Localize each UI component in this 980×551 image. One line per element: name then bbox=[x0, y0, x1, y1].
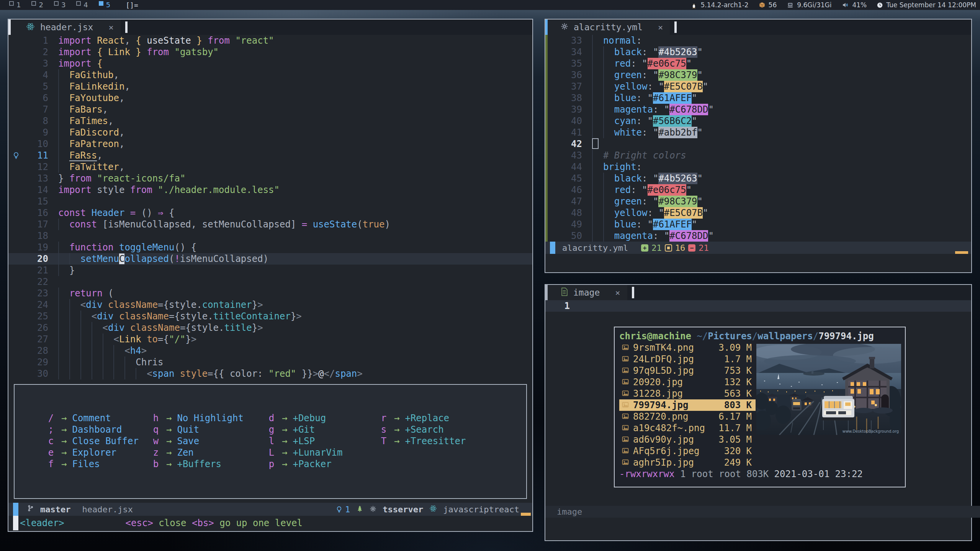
line-number: 25 bbox=[37, 311, 48, 322]
code-line[interactable]: 6FaYoutube, bbox=[8, 92, 532, 104]
code-line[interactable]: 13} from "react-icons/fa" bbox=[8, 173, 532, 184]
close-icon[interactable]: × bbox=[108, 23, 113, 32]
code-line[interactable]: 5FaLinkedin, bbox=[8, 81, 532, 92]
code-area-alacritty[interactable]: 33normal:34black: "#4b5263"35red: "#e06c… bbox=[545, 35, 971, 242]
code-text: FaDiscord, bbox=[58, 127, 124, 138]
code-line[interactable]: 37yellow: "#E5C07B" bbox=[545, 81, 971, 92]
file-row[interactable]: 20920.jpg132 K bbox=[619, 376, 756, 388]
code-line[interactable]: 47green: "#98C379" bbox=[545, 196, 971, 207]
code-line[interactable]: 9FaDiscord, bbox=[8, 127, 532, 138]
code-line[interactable]: 20setMenuCollapsed(!isMenuCollapsed) bbox=[8, 253, 532, 265]
code-line[interactable]: 34black: "#4b5263" bbox=[545, 46, 971, 58]
code-line[interactable]: 17const [isMenuCollapsed, setMenuCollaps… bbox=[8, 219, 532, 230]
code-line[interactable]: 7FaBars, bbox=[8, 104, 532, 115]
code-line[interactable]: 39magenta: "#C678DD" bbox=[545, 104, 971, 115]
line-number: 37 bbox=[571, 81, 582, 92]
code-line[interactable]: 4FaGithub, bbox=[8, 69, 532, 81]
line-number: 8 bbox=[43, 115, 48, 127]
indent-guide bbox=[80, 322, 92, 334]
code-line[interactable]: 46red: "#e06c75" bbox=[545, 184, 971, 196]
file-row[interactable]: 97q9L5D.jpg753 K bbox=[619, 365, 756, 376]
workspace-button-3[interactable]: 3 bbox=[50, 1, 69, 9]
code-line[interactable]: 41white: "#abb2bf" bbox=[545, 127, 971, 138]
code-line[interactable]: 10FaPatreon, bbox=[8, 138, 532, 150]
workspace-button-5[interactable]: 5 bbox=[95, 1, 114, 9]
code-line[interactable]: 15 bbox=[8, 196, 532, 207]
code-area-image[interactable]: 1 bbox=[545, 300, 971, 312]
code-line[interactable]: 14import style from "./header.module.les… bbox=[8, 184, 532, 196]
code-text: <Link to={"/"}> bbox=[58, 334, 196, 345]
code-text: <div className={style.container}> bbox=[58, 299, 263, 311]
file-row[interactable]: aghr5Ip.jpg249 K bbox=[619, 457, 756, 468]
whichkey-binding: /→Comment bbox=[46, 412, 151, 424]
code-line[interactable]: 38blue: "#61AFEF" bbox=[545, 92, 971, 104]
color-swatch: #98C379 bbox=[658, 196, 697, 207]
tabline-cursor bbox=[674, 21, 677, 33]
code-line[interactable]: 2import { Link } from "gatsby" bbox=[8, 46, 532, 58]
code-line[interactable]: 19function toggleMenu() { bbox=[8, 242, 532, 253]
top-bar: 12345 []= 5.14.2-arch1-2569.6Gi/31Gi41%T… bbox=[0, 0, 980, 10]
close-icon[interactable]: × bbox=[658, 23, 663, 32]
lightbulb-icon[interactable] bbox=[12, 151, 20, 162]
code-line[interactable]: 3import { bbox=[8, 58, 532, 69]
code-line[interactable]: 1 bbox=[545, 300, 971, 312]
code-text: FaGithub, bbox=[58, 69, 119, 81]
whichkey-binding: g→+Git bbox=[267, 424, 379, 435]
code-area-left[interactable]: 1import React, { useState } from "react"… bbox=[8, 35, 532, 379]
workspace-button-1[interactable]: 1 bbox=[5, 1, 25, 9]
code-line[interactable]: 30<span style={{ color: "red" }}>@</span… bbox=[8, 368, 532, 379]
close-icon[interactable]: × bbox=[615, 288, 620, 298]
code-line[interactable]: 43# Bright colors bbox=[545, 150, 971, 161]
code-line[interactable]: 1import React, { useState } from "react" bbox=[8, 35, 532, 46]
code-line[interactable]: 35red: "#e06c75" bbox=[545, 58, 971, 69]
code-line[interactable]: 33normal: bbox=[545, 35, 971, 46]
code-line[interactable]: 22 bbox=[8, 276, 532, 288]
tab-headerjsx[interactable]: header.jsx × bbox=[11, 20, 121, 35]
line-number: 47 bbox=[571, 196, 582, 207]
window-editor-alacritty: alacritty.yml × 33normal:34black: "#4b52… bbox=[545, 19, 972, 273]
file-row[interactable]: AFq5r6j.jpeg320 K bbox=[619, 445, 756, 457]
indent-guide bbox=[592, 69, 603, 81]
file-row[interactable]: 882720.png6.17 M bbox=[619, 411, 756, 422]
code-line[interactable]: 24<div className={style.container}> bbox=[8, 299, 532, 311]
line-number: 30 bbox=[37, 368, 48, 379]
file-row[interactable]: ad6v90y.jpg3.05 M bbox=[619, 434, 756, 445]
code-line[interactable]: 36green: "#98C379" bbox=[545, 69, 971, 81]
code-line[interactable]: 21} bbox=[8, 265, 532, 276]
code-line[interactable]: 45black: "#4b5263" bbox=[545, 173, 971, 184]
line-number: 27 bbox=[37, 334, 48, 345]
code-line[interactable]: 29Chris bbox=[8, 356, 532, 368]
code-line[interactable]: 23return ( bbox=[8, 288, 532, 299]
file-row[interactable]: 9rsmTK4.png3.09 M bbox=[619, 342, 756, 353]
code-line[interactable]: 11FaRss, bbox=[8, 150, 532, 161]
workspace-button-4[interactable]: 4 bbox=[72, 1, 92, 9]
image-file-icon bbox=[619, 457, 633, 468]
code-text: FaTwitter, bbox=[58, 161, 124, 173]
tab-alacritty[interactable]: alacritty.yml × bbox=[548, 20, 670, 35]
code-line[interactable]: 8FaTimes, bbox=[8, 115, 532, 127]
workspace-button-2[interactable]: 2 bbox=[28, 1, 47, 9]
code-line[interactable]: 48yellow: "#E5C07B" bbox=[545, 207, 971, 219]
code-line[interactable]: 26<div className={style.title}> bbox=[8, 322, 532, 334]
tab-image[interactable]: image × bbox=[548, 285, 627, 300]
code-line[interactable]: 12FaTwitter, bbox=[8, 161, 532, 173]
code-line[interactable]: 18 bbox=[8, 230, 532, 242]
code-text: return ( bbox=[58, 288, 114, 299]
code-line[interactable]: 40cyan: "#56B6C2" bbox=[545, 115, 971, 127]
indent-guide bbox=[603, 230, 614, 242]
file-row[interactable]: 31228.jpg563 K bbox=[619, 388, 756, 399]
image-file-icon bbox=[619, 399, 633, 411]
code-line[interactable]: 27<Link to={"/"}> bbox=[8, 334, 532, 345]
code-line[interactable]: 28<h4> bbox=[8, 345, 532, 356]
code-text: # Bright colors bbox=[592, 150, 686, 161]
file-row-selected[interactable]: 799794.jpg803 K bbox=[619, 399, 756, 411]
code-line[interactable]: 50magenta: "#C678DD" bbox=[545, 230, 971, 242]
file-row[interactable]: a19c482f~.png11.7 M bbox=[619, 422, 756, 434]
code-line[interactable]: 44bright: bbox=[545, 161, 971, 173]
code-line[interactable]: 42 bbox=[545, 138, 971, 150]
code-line[interactable]: 16const Header = () ⇒ { bbox=[8, 207, 532, 219]
code-line[interactable]: 25<div className={style.titleContainer}> bbox=[8, 311, 532, 322]
code-line[interactable]: 49blue: "#61AFEF" bbox=[545, 219, 971, 230]
cmdline-cursor bbox=[13, 516, 18, 530]
file-row[interactable]: 24LrDFQ.jpg1.7 M bbox=[619, 353, 756, 365]
